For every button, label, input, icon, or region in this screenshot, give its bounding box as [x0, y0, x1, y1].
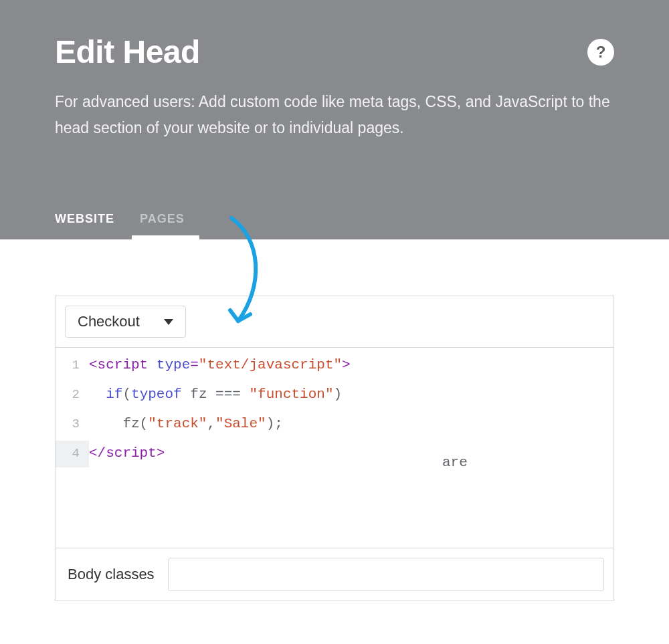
code-line[interactable]: 3 fz("track","Sale");	[56, 409, 613, 439]
line-number: 3	[56, 411, 89, 438]
code-line[interactable]: 1<script type="text/javascript">	[56, 350, 613, 380]
code-content[interactable]: <script type="text/javascript">	[89, 350, 351, 380]
code-line[interactable]: 4</script>	[56, 439, 613, 468]
tab-website[interactable]: WEBSITE	[55, 212, 114, 239]
body-classes-row: Body classes	[56, 548, 613, 601]
stray-text: are	[442, 448, 468, 477]
page-title: Edit Head	[55, 33, 200, 70]
content: Checkout 1<script type="text/javascript"…	[0, 239, 669, 615]
editor-panel: Checkout 1<script type="text/javascript"…	[55, 296, 614, 601]
code-line[interactable]: 2 if(typeof fz === "function")	[56, 380, 613, 409]
line-number: 1	[56, 352, 89, 379]
help-icon[interactable]: ?	[587, 39, 614, 66]
code-content[interactable]: </script>	[89, 439, 165, 468]
body-classes-input[interactable]	[168, 558, 604, 591]
code-content[interactable]: if(typeof fz === "function")	[89, 380, 342, 409]
tab-pages[interactable]: PAGES	[140, 212, 185, 239]
page-description: For advanced users: Add custom code like…	[55, 89, 610, 141]
code-editor[interactable]: 1<script type="text/javascript">2 if(typ…	[56, 348, 613, 548]
header: Edit Head ? For advanced users: Add cust…	[0, 0, 669, 239]
code-content[interactable]: fz("track","Sale");	[89, 409, 283, 439]
dropdown-selected-label: Checkout	[78, 313, 140, 330]
body-classes-label: Body classes	[65, 566, 155, 583]
page-select-dropdown[interactable]: Checkout	[65, 306, 186, 338]
line-number: 4	[56, 441, 89, 467]
title-row: Edit Head ?	[55, 33, 614, 70]
caret-down-icon	[164, 319, 173, 325]
line-number: 2	[56, 382, 89, 409]
panel-toolbar: Checkout	[56, 296, 613, 348]
tabs: WEBSITE PAGES	[55, 212, 185, 239]
